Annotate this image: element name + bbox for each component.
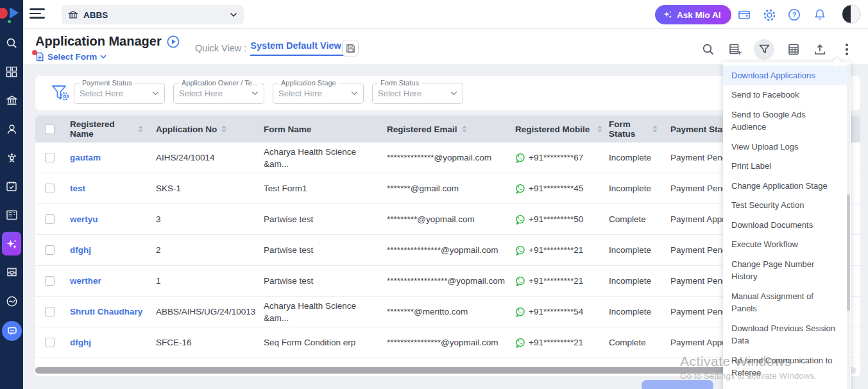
org-selector[interactable]: ABBS — [62, 5, 244, 24]
whatsapp-icon[interactable] — [515, 214, 525, 225]
form-status: Complete — [602, 338, 664, 347]
row-checkbox[interactable] — [45, 184, 55, 193]
ask-mio-ai-label: Ask Mio AI — [677, 10, 721, 20]
payment-status: Payment Approved — [664, 338, 726, 347]
sidebar-search-icon[interactable] — [0, 29, 23, 58]
sidebar-calendar-icon[interactable] — [0, 172, 23, 201]
registered-name-link[interactable]: Shruti Chaudhary — [70, 307, 142, 316]
filter-icon[interactable] — [754, 39, 774, 60]
menu-item[interactable]: Test Security Action — [723, 196, 851, 216]
registered-name-link[interactable]: test — [70, 184, 85, 193]
menu-item[interactable]: Send to Facebook — [723, 85, 851, 105]
sidebar-performance-icon[interactable] — [0, 287, 23, 316]
save-view-button[interactable] — [342, 40, 359, 56]
sidebar-distribution-icon[interactable] — [0, 143, 23, 172]
kebab-menu-icon[interactable] — [838, 41, 855, 58]
export-icon[interactable] — [812, 41, 828, 58]
column-registered-mobile[interactable]: Registered Mobile — [509, 125, 602, 134]
bell-icon[interactable] — [810, 5, 830, 24]
app-logo[interactable] — [0, 0, 23, 29]
column-form-status[interactable]: Form Status — [602, 119, 664, 139]
whatsapp-icon[interactable] — [515, 276, 525, 286]
row-checkbox[interactable] — [45, 153, 55, 162]
form-name: Seq Form Condition erp — [257, 336, 380, 349]
menu-item[interactable]: Manual Assignment of Panels — [723, 286, 851, 318]
pagination-partial[interactable] — [642, 380, 713, 389]
row-checkbox[interactable] — [45, 338, 55, 347]
application-no: 2 — [149, 245, 257, 255]
whatsapp-icon[interactable] — [515, 245, 525, 255]
row-checkbox[interactable] — [45, 245, 55, 255]
registered-email: ****************@yopmail.com — [380, 338, 509, 347]
whatsapp-icon[interactable] — [515, 153, 525, 163]
column-application-no[interactable]: Application No — [149, 125, 257, 134]
row-checkbox[interactable] — [45, 276, 55, 286]
menu-item[interactable]: View Upload Logs — [723, 137, 851, 157]
chat-widget-button[interactable] — [2, 321, 22, 341]
sort-icon[interactable] — [221, 126, 226, 133]
sort-icon[interactable] — [462, 126, 467, 133]
logo-shape-green — [8, 20, 11, 23]
column-registered-name[interactable]: Registered Name — [64, 119, 149, 139]
horizontal-scrollbar-thumb[interactable] — [35, 367, 735, 374]
help-icon[interactable]: ? — [785, 5, 804, 24]
row-checkbox[interactable] — [45, 307, 55, 316]
payment-status: Payment Pending — [664, 245, 726, 255]
menu-item[interactable]: Print Label — [723, 157, 851, 177]
filter-select[interactable]: Form Status Select Here — [372, 83, 463, 104]
registered-name-link[interactable]: dfghj — [70, 338, 91, 347]
registered-name-link[interactable]: dfghj — [70, 245, 91, 255]
column-payment-status[interactable]: Payment Status — [664, 125, 726, 134]
sidebar-mio-ai-active[interactable] — [2, 232, 21, 255]
filter-select[interactable]: Payment Status Select Here — [74, 83, 165, 104]
report-builder-icon[interactable] — [785, 41, 801, 58]
chevron-down-icon — [351, 91, 358, 96]
quick-view-selector[interactable]: System Default View — [250, 40, 351, 56]
payment-status: Payment Pending — [664, 307, 726, 316]
menu-item[interactable]: Execute Workflow — [723, 235, 851, 255]
wallet-icon[interactable] — [735, 5, 754, 24]
column-registered-email[interactable]: Registered Email — [380, 125, 509, 134]
whatsapp-icon[interactable] — [515, 338, 525, 348]
filter-select[interactable]: Application Stage Select Here — [273, 83, 364, 104]
ask-mio-ai-button[interactable]: Ask Mio AI — [655, 5, 731, 24]
menu-item[interactable]: Send to Google Ads Audience — [723, 105, 851, 137]
page-title: Application Manager — [35, 34, 180, 49]
whatsapp-icon[interactable] — [515, 184, 525, 194]
sidebar-contacts-icon[interactable] — [0, 115, 23, 144]
funnel-settings-icon[interactable] — [51, 84, 70, 102]
search-icon[interactable] — [700, 41, 717, 58]
form-name: Partwise test — [257, 244, 380, 256]
sidebar-institution-icon[interactable] — [0, 86, 23, 115]
sidebar-dashboard-icon[interactable] — [0, 58, 23, 87]
gear-icon[interactable] — [760, 5, 779, 24]
play-circle-icon[interactable] — [167, 35, 180, 48]
select-all-checkbox[interactable] — [45, 125, 55, 134]
sidebar-forms-icon[interactable] — [0, 201, 23, 230]
whatsapp-icon[interactable] — [515, 307, 525, 317]
sidebar-inbox-icon[interactable] — [0, 258, 23, 287]
filter-placeholder: Select Here — [80, 89, 152, 98]
column-form-name[interactable]: Form Name — [257, 123, 380, 135]
menu-item[interactable]: Re-send Communication to Referee — [723, 350, 851, 383]
menu-icon[interactable] — [30, 8, 45, 20]
menu-item[interactable]: Download Previous Session Data — [723, 318, 851, 350]
select-form-dropdown[interactable]: Select Form — [35, 52, 106, 62]
registered-mobile: +91*********50 — [509, 214, 602, 225]
filter-select[interactable]: Application Owner / Te... Select Here — [173, 83, 264, 104]
menu-item[interactable]: Download Applications — [723, 65, 851, 85]
row-checkbox[interactable] — [45, 214, 55, 224]
menu-item[interactable]: Change Page Number History — [723, 254, 851, 286]
menu-item[interactable]: Update Transaction Details — [723, 383, 851, 389]
avatar[interactable] — [842, 4, 861, 24]
menu-item[interactable]: Download Documents — [723, 215, 851, 235]
add-view-icon[interactable] — [727, 41, 744, 58]
application-no: 3 — [149, 214, 257, 224]
sort-icon[interactable] — [652, 126, 658, 133]
registered-name-link[interactable]: werther — [70, 276, 101, 286]
registered-name-link[interactable]: wertyu — [70, 214, 98, 224]
sort-icon[interactable] — [138, 126, 143, 133]
menu-item[interactable]: Change Application Stage — [723, 176, 851, 196]
menu-scrollbar[interactable] — [847, 64, 850, 389]
registered-name-link[interactable]: gautam — [70, 153, 101, 162]
